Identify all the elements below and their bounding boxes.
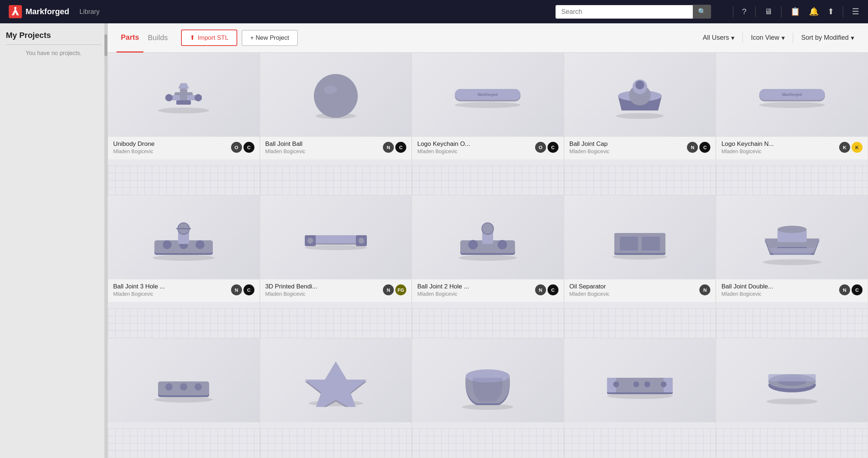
avatar: O [231, 142, 242, 153]
avatar: N [839, 284, 850, 295]
parts-grid: Unibody Drone Mladen Bogicevic OC Ball J… [108, 53, 868, 458]
new-project-button[interactable]: + New Project [242, 30, 298, 46]
svg-point-85 [767, 399, 818, 404]
part-name: Ball Joint Double... [721, 283, 773, 290]
svg-point-26 [759, 102, 825, 108]
part-thumbnail [412, 195, 564, 279]
part-text: Unibody Drone Mladen Bogicevic [113, 140, 154, 154]
part-avatars: NC [231, 284, 254, 295]
part-text: Ball Joint 2 Hole ... Mladen Bogicevic [417, 283, 469, 297]
import-stl-button[interactable]: ⬆ Import STL [181, 30, 237, 46]
icon-view-filter[interactable]: Icon View ▾ [746, 31, 790, 45]
part-author: Mladen Bogicevic [265, 291, 318, 297]
brand-logo[interactable]: Markforged [9, 5, 69, 18]
avatar: N [699, 284, 710, 295]
header: Markforged Library 🔍 ? 🖥 📋 🔔 ⬆ ☰ [0, 0, 868, 23]
svg-point-58 [763, 259, 821, 265]
part-card[interactable] [108, 338, 260, 458]
part-card[interactable]: Oil Separator Mladen Bogicevic N [564, 195, 716, 338]
part-name: Ball Joint 3 Hole ... [113, 283, 165, 290]
svg-point-44 [307, 238, 313, 244]
svg-point-49 [468, 240, 478, 249]
svg-rect-56 [620, 237, 638, 251]
part-shape: Markforged [451, 79, 524, 110]
search-button[interactable]: 🔍 [693, 5, 711, 19]
monitor-icon[interactable]: 🖥 [764, 7, 772, 16]
svg-rect-11 [176, 100, 191, 105]
part-name: Oil Separator [569, 283, 610, 290]
part-shape [611, 67, 669, 123]
part-author: Mladen Bogicevic [265, 148, 306, 154]
avatar: N [535, 284, 546, 295]
upload-icon[interactable]: ⬆ [827, 7, 834, 16]
part-card[interactable]: Ball Joint Cap Mladen Bogicevic NC [564, 53, 716, 195]
svg-point-20 [616, 113, 664, 119]
part-shape [600, 360, 680, 401]
svg-point-69 [180, 383, 187, 391]
part-shape [299, 352, 372, 408]
all-users-filter[interactable]: All Users ▾ [698, 31, 740, 45]
part-card[interactable]: Markforged Logo Keychain O... Mladen Bog… [412, 53, 564, 195]
part-card[interactable]: Ball Joint Double... Mladen Bogicevic NC [716, 195, 868, 338]
part-card[interactable]: Ball Joint Ball Mladen Bogicevic NC [260, 53, 412, 195]
part-info: Ball Joint Ball Mladen Bogicevic NC [260, 137, 412, 159]
search-input[interactable] [556, 5, 694, 19]
sidebar-scrollbar-thumb [104, 34, 107, 56]
part-card[interactable]: Markforged Logo Keychain N... Mladen Bog… [716, 53, 868, 195]
avatar: K [852, 142, 863, 153]
part-shape [451, 211, 524, 264]
part-card[interactable]: Ball Joint 3 Hole ... Mladen Bogicevic N… [108, 195, 260, 338]
part-name: Ball Joint Ball [265, 140, 306, 148]
part-card[interactable] [564, 338, 716, 458]
part-thumbnail [412, 338, 564, 422]
part-info: Ball Joint 2 Hole ... Mladen Bogicevic N… [412, 279, 564, 302]
part-shape [603, 213, 676, 262]
main-layout: My Projects You have no projects. Parts … [0, 23, 868, 458]
part-avatars: NC [383, 142, 406, 153]
part-author: Mladen Bogicevic [113, 291, 165, 297]
part-card[interactable] [412, 338, 564, 458]
svg-point-33 [163, 240, 172, 249]
divider-3 [781, 6, 781, 17]
clipboard-icon[interactable]: 📋 [790, 7, 800, 16]
part-text: Ball Joint Ball Mladen Bogicevic [265, 140, 306, 154]
part-card[interactable]: Unibody Drone Mladen Bogicevic OC [108, 53, 260, 195]
tab-parts[interactable]: Parts [116, 23, 143, 53]
svg-point-7 [165, 94, 173, 101]
svg-point-4 [158, 108, 209, 113]
part-info: Ball Joint Cap Mladen Bogicevic NC [564, 137, 716, 159]
svg-point-35 [196, 240, 204, 249]
part-card[interactable]: Ball Joint 2 Hole ... Mladen Bogicevic N… [412, 195, 564, 338]
part-author: Mladen Bogicevic [417, 148, 470, 154]
avatar: C [699, 142, 710, 153]
part-avatars: NC [687, 142, 710, 153]
part-thumbnail [108, 53, 260, 137]
avatar: C [395, 142, 406, 153]
svg-point-16 [455, 102, 521, 108]
part-avatars: OC [231, 142, 254, 153]
avatar: N [687, 142, 698, 153]
part-card[interactable] [260, 338, 412, 458]
svg-marker-10 [178, 83, 189, 89]
part-name: Unibody Drone [113, 140, 154, 148]
part-info: Logo Keychain O... Mladen Bogicevic OC [412, 137, 564, 159]
svg-point-8 [195, 94, 202, 101]
part-thumbnail [108, 338, 260, 422]
help-icon[interactable]: ? [742, 7, 746, 16]
part-thumbnail [260, 195, 412, 279]
part-card[interactable]: 3D Printed Bendi... Mladen Bogicevic NFG [260, 195, 412, 338]
part-shape [154, 70, 213, 119]
part-shape [147, 211, 220, 264]
tab-builds[interactable]: Builds [143, 23, 172, 53]
part-shape: Markforged [756, 79, 829, 110]
part-author: Mladen Bogicevic [721, 291, 773, 297]
part-card[interactable] [716, 338, 868, 458]
bell-icon[interactable]: 🔔 [809, 7, 819, 16]
part-name: 3D Printed Bendi... [265, 283, 318, 290]
sidebar-scrollbar[interactable] [104, 23, 107, 458]
brand-name: Markforged [26, 7, 69, 16]
menu-icon[interactable]: ☰ [852, 7, 859, 16]
svg-text:Markforged: Markforged [782, 93, 802, 97]
sort-filter[interactable]: Sort by Modified ▾ [796, 31, 859, 45]
svg-point-65 [154, 397, 213, 403]
